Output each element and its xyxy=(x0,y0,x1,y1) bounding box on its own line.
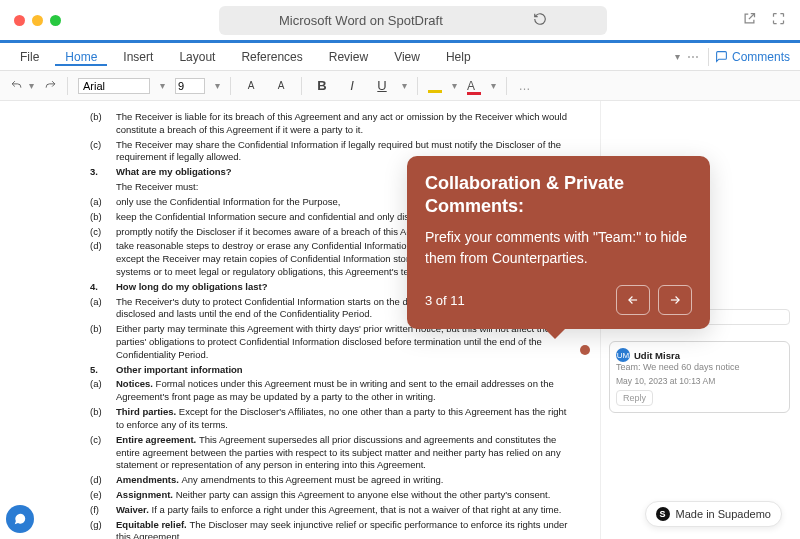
comment-card[interactable]: UM Udit Misra Team: We need 60 days noti… xyxy=(609,341,790,413)
clause-label: (b) xyxy=(90,211,116,224)
font-name-select[interactable] xyxy=(78,78,150,94)
clause-label: 5. xyxy=(90,364,116,377)
menu-review[interactable]: Review xyxy=(319,48,378,66)
formatting-toolbar: ▾ ▾ ▾ A A B I U ▾ ▾ A▾ … xyxy=(0,71,800,101)
separator xyxy=(230,77,231,95)
author-avatar: UM xyxy=(616,348,630,362)
menu-references[interactable]: References xyxy=(231,48,312,66)
redo-button[interactable] xyxy=(44,79,57,92)
highlight-color-button[interactable] xyxy=(428,79,442,93)
menu-help[interactable]: Help xyxy=(436,48,481,66)
clause-label: (g) xyxy=(90,519,116,539)
tooltip-prev-button[interactable] xyxy=(616,285,650,315)
bold-button[interactable]: B xyxy=(312,78,332,93)
clause-text: Entire agreement. This Agreement superse… xyxy=(116,434,570,472)
font-grow-button[interactable]: A xyxy=(241,80,261,91)
reload-icon[interactable] xyxy=(533,12,547,29)
separator xyxy=(708,48,709,66)
menu-file[interactable]: File xyxy=(10,48,49,66)
clause-label: (b) xyxy=(90,406,116,432)
clause-text: Assignment. Neither party can assign thi… xyxy=(116,489,570,502)
clause-text: Third parties. Except for the Discloser'… xyxy=(116,406,570,432)
chat-icon xyxy=(13,512,27,526)
chevron-down-icon[interactable]: ▾ xyxy=(402,80,407,91)
clause-label: (c) xyxy=(90,226,116,239)
clause-text: Other important information xyxy=(116,364,570,377)
clause-label: (a) xyxy=(90,196,116,209)
font-color-button[interactable]: A xyxy=(467,79,481,93)
comments-label: Comments xyxy=(732,50,790,64)
doc-clause: (c)Entire agreement. This Agreement supe… xyxy=(90,434,570,472)
comment-presence-dot xyxy=(580,345,590,355)
comments-button[interactable]: Comments xyxy=(715,50,790,64)
menu-insert[interactable]: Insert xyxy=(113,48,163,66)
supademo-badge[interactable]: S Made in Supademo xyxy=(645,501,782,527)
clause-label: (b) xyxy=(90,111,116,137)
chevron-down-icon[interactable]: ▾ xyxy=(491,80,496,91)
chevron-down-icon[interactable]: ▾ xyxy=(452,80,457,91)
chevron-down-icon[interactable]: ▾ xyxy=(215,80,220,91)
clause-label: (b) xyxy=(90,323,116,361)
window-title: Microsoft Word on SpotDraft xyxy=(279,13,443,28)
clause-text: Amendments. Any amendments to this Agree… xyxy=(116,474,570,487)
clause-text: The Receiver is liable for its breach of… xyxy=(116,111,570,137)
clause-label: 3. xyxy=(90,166,116,179)
font-size-select[interactable] xyxy=(175,78,205,94)
clause-label: (a) xyxy=(90,296,116,322)
title-actions xyxy=(742,11,786,29)
doc-clause: 5.Other important information xyxy=(90,364,570,377)
reply-input[interactable]: Reply xyxy=(616,390,653,406)
clause-label: (f) xyxy=(90,504,116,517)
menu-layout[interactable]: Layout xyxy=(169,48,225,66)
onboarding-tooltip: Collaboration & Private Comments: Prefix… xyxy=(407,156,710,329)
doc-clause: (d)Amendments. Any amendments to this Ag… xyxy=(90,474,570,487)
font-shrink-button[interactable]: A xyxy=(271,80,291,91)
menu-view[interactable]: View xyxy=(384,48,430,66)
separator xyxy=(67,77,68,95)
undo-button[interactable]: ▾ xyxy=(10,79,34,92)
doc-clause: (e)Assignment. Neither party can assign … xyxy=(90,489,570,502)
tooltip-title: Collaboration & Private Comments: xyxy=(425,172,692,217)
clause-label xyxy=(90,181,116,194)
doc-clause: (f)Waiver. If a party fails to enforce a… xyxy=(90,504,570,517)
menu-home[interactable]: Home xyxy=(55,48,107,66)
more-formatting-icon[interactable]: … xyxy=(517,79,533,93)
clause-label: (e) xyxy=(90,489,116,502)
menu-bar: File Home Insert Layout References Revie… xyxy=(0,43,800,71)
address-bar: Microsoft Word on SpotDraft xyxy=(219,6,607,35)
open-external-icon[interactable] xyxy=(742,11,757,29)
separator xyxy=(417,77,418,95)
clause-text: Equitable relief. The Discloser may seek… xyxy=(116,519,570,539)
supademo-icon: S xyxy=(656,507,670,521)
doc-clause: (g)Equitable relief. The Discloser may s… xyxy=(90,519,570,539)
tooltip-next-button[interactable] xyxy=(658,285,692,315)
tooltip-step-counter: 3 of 11 xyxy=(425,293,465,308)
more-menu-icon[interactable]: ⋯ xyxy=(686,50,702,64)
maximize-window-button[interactable] xyxy=(50,15,61,26)
clause-text: Waiver. If a party fails to enforce a ri… xyxy=(116,504,570,517)
underline-button[interactable]: U xyxy=(372,78,392,93)
clause-label: (d) xyxy=(90,474,116,487)
clause-label: (c) xyxy=(90,434,116,472)
clause-label: (a) xyxy=(90,378,116,404)
chevron-down-icon[interactable]: ▾ xyxy=(675,51,680,62)
minimize-window-button[interactable] xyxy=(32,15,43,26)
clause-label: (c) xyxy=(90,139,116,165)
chat-fab[interactable] xyxy=(6,505,34,533)
clause-label: 4. xyxy=(90,281,116,294)
window-controls xyxy=(14,15,61,26)
clause-text: Notices. Formal notices under this Agree… xyxy=(116,378,570,404)
chevron-down-icon[interactable]: ▾ xyxy=(160,80,165,91)
supademo-label: Made in Supademo xyxy=(676,508,771,520)
expand-icon[interactable] xyxy=(771,11,786,29)
window-titlebar: Microsoft Word on SpotDraft xyxy=(0,0,800,40)
clause-label: (d) xyxy=(90,240,116,278)
tooltip-body: Prefix your comments with "Team:" to hid… xyxy=(425,227,692,269)
comment-icon xyxy=(715,50,728,63)
doc-clause: (b)The Receiver is liable for its breach… xyxy=(90,111,570,137)
separator xyxy=(301,77,302,95)
doc-clause: (b)Third parties. Except for the Disclos… xyxy=(90,406,570,432)
italic-button[interactable]: I xyxy=(342,78,362,93)
doc-clause: (a)Notices. Formal notices under this Ag… xyxy=(90,378,570,404)
close-window-button[interactable] xyxy=(14,15,25,26)
